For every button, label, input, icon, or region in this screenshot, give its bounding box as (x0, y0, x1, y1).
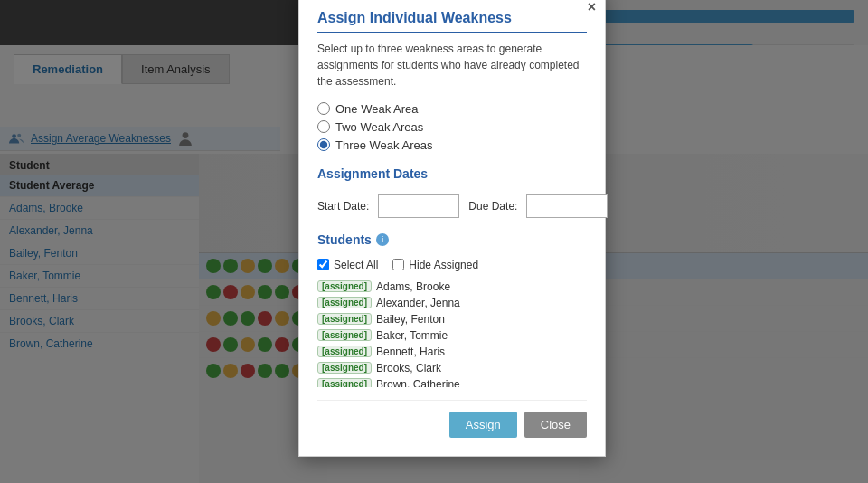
assigned-badge-2: [assigned] (317, 313, 372, 325)
students-list: [assigned] Adams, Brooke [assigned] Alex… (317, 279, 587, 387)
assigned-badge-5: [assigned] (317, 362, 372, 374)
select-all-checkbox[interactable] (317, 259, 329, 270)
dates-row: Start Date: Due Date: (317, 194, 587, 218)
modal-dialog: × Assign Individual Weakness Select up t… (298, 0, 606, 457)
assignment-dates-title: Assignment Dates (317, 166, 587, 185)
select-all-checkbox-label[interactable]: Select All (317, 259, 378, 271)
modal-student-item-4: [assigned] Bennett, Haris (317, 344, 587, 360)
modal-footer: Assign Close (317, 400, 587, 438)
modal-description: Select up to three weakness areas to gen… (317, 41, 587, 90)
assign-button[interactable]: Assign (449, 412, 517, 438)
modal-student-item-0: [assigned] Adams, Brooke (317, 279, 587, 295)
modal-student-name-5: Brooks, Clark (376, 362, 441, 374)
radio-three-weak-areas[interactable]: Three Weak Areas (317, 138, 587, 152)
modal-student-item-1: [assigned] Alexander, Jenna (317, 295, 587, 311)
modal-student-name-4: Bennett, Haris (376, 346, 445, 358)
assigned-badge-6: [assigned] (317, 378, 372, 387)
modal-student-name-3: Baker, Tommie (376, 329, 448, 342)
modal-title: Assign Individual Weakness (317, 10, 587, 33)
radio-input-one[interactable] (317, 102, 330, 115)
weak-area-radio-group: One Weak Area Two Weak Areas Three Weak … (317, 102, 587, 152)
modal-student-item-5: [assigned] Brooks, Clark (317, 360, 587, 376)
radio-input-two[interactable] (317, 120, 330, 133)
assigned-badge-4: [assigned] (317, 346, 372, 357)
assigned-badge-3: [assigned] (317, 329, 372, 341)
close-button[interactable]: Close (524, 412, 587, 438)
modal-student-name-2: Bailey, Fenton (376, 313, 445, 326)
assigned-badge-0: [assigned] (317, 280, 372, 292)
start-date-label: Start Date: (317, 200, 369, 213)
modal-student-name-0: Adams, Brooke (376, 280, 450, 293)
modal-student-name-6: Brown, Catherine (376, 378, 460, 387)
radio-one-weak-area[interactable]: One Weak Area (317, 102, 587, 116)
modal-student-item-2: [assigned] Bailey, Fenton (317, 311, 587, 327)
hide-assigned-checkbox-label[interactable]: Hide Assigned (392, 259, 478, 271)
radio-input-three[interactable] (317, 138, 330, 151)
assigned-badge-1: [assigned] (317, 297, 372, 308)
radio-two-weak-areas[interactable]: Two Weak Areas (317, 120, 587, 134)
modal-overlay: × Assign Individual Weakness Select up t… (0, 0, 868, 483)
students-section-title: Students i (317, 232, 587, 251)
info-icon: i (376, 233, 389, 246)
due-date-label: Due Date: (468, 200, 517, 213)
modal-close-button[interactable]: × (588, 0, 596, 15)
modal-student-item-6: [assigned] Brown, Catherine (317, 376, 587, 387)
modal-student-item-3: [assigned] Baker, Tommie (317, 327, 587, 344)
hide-assigned-checkbox[interactable] (392, 259, 404, 270)
modal-student-name-1: Alexander, Jenna (376, 297, 460, 309)
start-date-input[interactable] (378, 194, 459, 218)
due-date-input[interactable] (526, 194, 608, 218)
select-all-row: Select All Hide Assigned (317, 259, 587, 271)
